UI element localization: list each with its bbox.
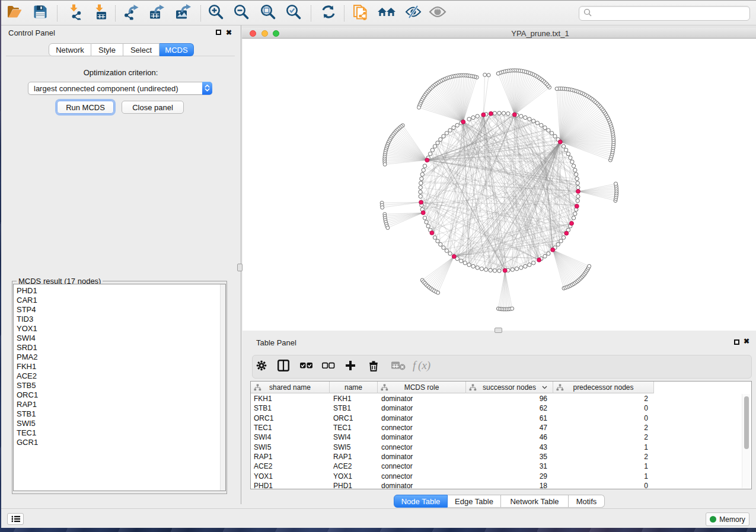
mcds-node-item[interactable]: SWI4 bbox=[14, 334, 225, 343]
memory-button[interactable]: Memory bbox=[706, 512, 749, 526]
close-panel-button[interactable]: Close panel bbox=[122, 101, 184, 114]
mcds-node-item[interactable]: RAP1 bbox=[14, 400, 225, 409]
shared-column-icon bbox=[556, 384, 564, 393]
table-row[interactable]: PHD1PHD1dominator180 bbox=[251, 481, 751, 491]
column-header-shared-name[interactable]: shared name bbox=[251, 382, 330, 393]
mcds-node-item[interactable]: TEC1 bbox=[14, 428, 225, 438]
window-minimize-button[interactable] bbox=[261, 30, 268, 37]
mcds-node-item[interactable]: STB1 bbox=[14, 409, 225, 419]
table-row[interactable]: YOX1YOX1connector291 bbox=[251, 471, 751, 480]
toolbar-separator bbox=[115, 5, 116, 21]
refresh-icon[interactable] bbox=[320, 4, 337, 22]
mcds-result-list[interactable]: PHD1CAR1STP4TID3YOX1SWI4SRD1PMA2FKH1ACE2… bbox=[13, 284, 226, 491]
delete-table-icon bbox=[391, 361, 406, 373]
column-header-MCDS-role[interactable]: MCDS role bbox=[378, 382, 466, 393]
column-label: predecessor nodes bbox=[573, 383, 633, 392]
open-folder-icon[interactable] bbox=[6, 4, 23, 22]
tab-motifs[interactable]: Motifs bbox=[569, 495, 605, 508]
session-files-icon[interactable] bbox=[352, 4, 369, 23]
hide-graphics-icon[interactable] bbox=[405, 4, 422, 22]
column-header-name[interactable]: name bbox=[330, 382, 378, 393]
table-close-icon[interactable]: ✖ bbox=[744, 337, 749, 345]
import-table-icon[interactable] bbox=[92, 4, 108, 23]
search-input[interactable] bbox=[579, 6, 750, 21]
tab-node-table[interactable]: Node Table bbox=[394, 495, 448, 508]
cell-predecessor-nodes: 0 bbox=[644, 404, 648, 412]
zoom-in-icon[interactable] bbox=[208, 4, 224, 23]
mcds-node-item[interactable]: ORC1 bbox=[14, 390, 225, 400]
mcds-node-item[interactable]: PMA2 bbox=[14, 352, 225, 362]
mcds-node-item[interactable]: SWI5 bbox=[14, 419, 225, 428]
mcds-node-item[interactable]: PHD1 bbox=[14, 286, 225, 296]
optimization-select[interactable]: largest connected component (undirected) bbox=[28, 82, 212, 95]
vertical-splitter-grip[interactable] bbox=[237, 264, 243, 271]
export-network-icon[interactable] bbox=[124, 4, 140, 23]
run-mcds-button[interactable]: Run MCDS bbox=[57, 101, 114, 114]
close-panel-icon[interactable]: ✖ bbox=[226, 28, 232, 37]
float-panel-icon[interactable] bbox=[216, 30, 221, 35]
cell-mcds-role: connector bbox=[381, 424, 413, 432]
tab-network[interactable]: Network bbox=[49, 43, 91, 56]
add-icon[interactable] bbox=[344, 360, 356, 374]
network-canvas[interactable] bbox=[243, 39, 756, 331]
column-header-successor-nodes[interactable]: successor nodes bbox=[466, 382, 553, 393]
cell-shared-name: ACE2 bbox=[254, 462, 272, 470]
table-row[interactable]: SWI5SWI5connector431 bbox=[251, 443, 751, 452]
zoom-out-icon[interactable] bbox=[234, 4, 250, 23]
table-row[interactable]: ACE2ACE2connector311 bbox=[251, 462, 751, 471]
mcds-node-item[interactable]: ACE2 bbox=[14, 371, 225, 381]
unselect-all-columns-icon[interactable] bbox=[322, 360, 335, 373]
table-float-icon[interactable] bbox=[734, 339, 739, 345]
cell-successor-nodes: 61 bbox=[540, 414, 547, 422]
mcds-node-item[interactable]: SRD1 bbox=[14, 343, 225, 352]
cell-name: ORC1 bbox=[333, 414, 353, 422]
window-close-button[interactable] bbox=[250, 30, 256, 37]
mcds-list-scrollbar[interactable] bbox=[220, 284, 225, 491]
split-columns-icon[interactable] bbox=[277, 360, 289, 374]
table-row[interactable]: TEC1TEC1connector472 bbox=[251, 423, 751, 432]
tab-style[interactable]: Style bbox=[91, 43, 123, 56]
cell-predecessor-nodes: 0 bbox=[644, 414, 648, 422]
window-zoom-button[interactable] bbox=[273, 30, 279, 37]
zoom-selected-icon[interactable] bbox=[286, 4, 302, 23]
optimization-select-value: largest connected component (undirected) bbox=[28, 84, 202, 93]
task-history-button[interactable] bbox=[7, 513, 24, 525]
column-header-predecessor-nodes[interactable]: predecessor nodes bbox=[553, 382, 654, 393]
export-table-icon[interactable] bbox=[149, 4, 165, 23]
gear-icon[interactable] bbox=[256, 360, 267, 373]
shared-column-icon bbox=[469, 384, 477, 393]
import-network-icon[interactable] bbox=[67, 4, 82, 23]
shared-column-icon bbox=[381, 384, 388, 393]
table-row[interactable]: RAP1RAP1dominator352 bbox=[251, 452, 751, 462]
tab-network-table[interactable]: Network Table bbox=[501, 495, 569, 508]
tab-select[interactable]: Select bbox=[123, 43, 160, 56]
save-icon[interactable] bbox=[33, 4, 48, 22]
desktop: Control Panel ✖ NetworkStyleSelectMCDS O… bbox=[0, 0, 756, 532]
select-all-columns-icon[interactable] bbox=[300, 360, 313, 373]
tab-edge-table[interactable]: Edge Table bbox=[448, 495, 501, 508]
table-row[interactable]: SWI4SWI4dominator462 bbox=[251, 432, 751, 442]
export-image-icon[interactable] bbox=[175, 4, 192, 23]
network-window-titlebar[interactable]: YPA_prune.txt_1 bbox=[242, 27, 756, 39]
mcds-node-item[interactable]: CAR1 bbox=[14, 296, 225, 305]
delete-icon[interactable] bbox=[368, 360, 379, 374]
table-row[interactable]: ORC1ORC1dominator610 bbox=[251, 414, 751, 423]
cell-name: RAP1 bbox=[333, 453, 352, 461]
show-graphics-icon[interactable] bbox=[429, 5, 446, 21]
mcds-node-item[interactable]: STB5 bbox=[14, 381, 225, 390]
network-overview-icon[interactable] bbox=[377, 5, 396, 21]
table-scrollbar-thumb[interactable] bbox=[744, 396, 749, 449]
table-row[interactable]: STB1STB1dominator620 bbox=[251, 403, 751, 413]
tab-mcds[interactable]: MCDS bbox=[160, 43, 194, 56]
horizontal-splitter-grip[interactable] bbox=[495, 328, 502, 333]
mcds-node-item[interactable]: YOX1 bbox=[14, 324, 225, 334]
table-scrollbar[interactable] bbox=[742, 394, 750, 488]
mcds-node-item[interactable]: STP4 bbox=[14, 305, 225, 315]
mcds-node-item[interactable]: GCR1 bbox=[14, 438, 225, 447]
mcds-node-item[interactable]: FKH1 bbox=[14, 362, 225, 371]
zoom-fit-icon[interactable] bbox=[260, 4, 276, 23]
cell-mcds-role: dominator bbox=[381, 414, 413, 422]
column-label: name bbox=[344, 383, 362, 392]
table-row[interactable]: FKH1FKH1dominator962 bbox=[251, 394, 751, 403]
mcds-node-item[interactable]: TID3 bbox=[14, 315, 225, 324]
